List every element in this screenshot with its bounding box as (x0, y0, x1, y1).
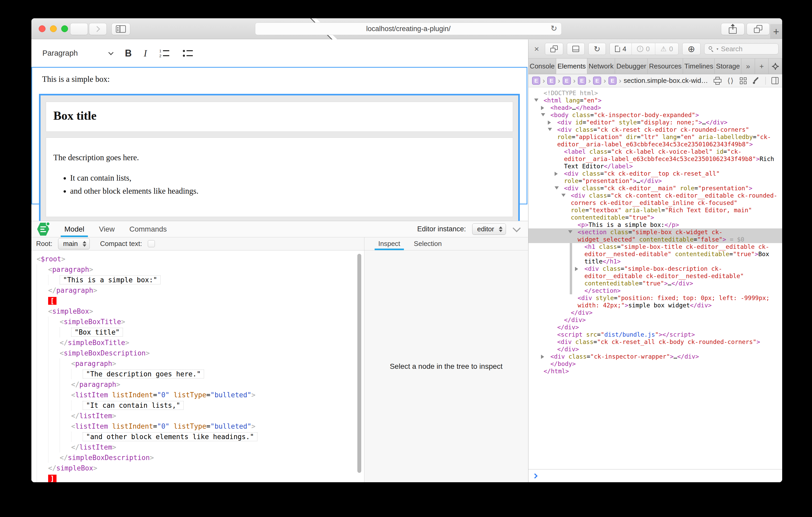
expand-node-icon[interactable] (548, 121, 551, 125)
collapse-inspector-icon[interactable] (513, 224, 521, 232)
model-tree-node[interactable]: <paragraph> (37, 358, 364, 369)
list-item[interactable]: It can contain lists, (70, 173, 505, 183)
numbered-list-button[interactable]: 1 2 (159, 49, 170, 58)
details-sidebar-icon[interactable] (772, 77, 779, 84)
model-tree-node[interactable]: </paragraph> (37, 285, 364, 296)
dom-tree-node[interactable]: <div style="position: fixed; top: 0px; l… (528, 294, 782, 309)
model-tree-node[interactable]: </listItem> (37, 410, 364, 421)
dom-tree[interactable]: <!DOCTYPE html><html lang="en"><head>…</… (528, 87, 782, 469)
description-list[interactable]: It can contain lists,and other block ele… (53, 173, 505, 196)
expand-node-icon[interactable] (555, 172, 558, 176)
simple-box-description-area[interactable]: The description goes here. It can contai… (46, 138, 513, 217)
forward-button[interactable] (89, 23, 107, 35)
show-source-icon[interactable]: ⟨⟩ (727, 76, 734, 85)
model-tree-node[interactable]: <listItem listIndent="0" listType="bulle… (37, 390, 364, 400)
share-button[interactable] (721, 23, 745, 35)
close-window-button[interactable] (39, 25, 46, 32)
model-tree-node[interactable]: <paragraph> (37, 264, 364, 275)
bold-button[interactable]: B (125, 48, 132, 59)
collapse-node-icon[interactable] (555, 186, 559, 189)
model-tree-node[interactable]: <listItem listIndent="0" listType="bulle… (37, 421, 364, 431)
dom-tree-node[interactable]: <div class="ck ck-editor__main" role="pr… (528, 185, 782, 192)
collapse-node-icon[interactable] (568, 230, 572, 234)
dom-tree-node[interactable]: <section class="simple-box ck-widget ck-… (528, 229, 782, 243)
devtools-tab-elements[interactable]: Elements (556, 59, 587, 74)
breadcrumb-element-badge[interactable]: E (593, 77, 601, 85)
dom-tree-node[interactable]: </html> (528, 367, 782, 375)
intro-paragraph[interactable]: This is a simple box: (42, 74, 520, 84)
model-tree-node[interactable]: </listItem> (37, 442, 364, 452)
inspector-tab-view[interactable]: View (92, 221, 122, 237)
pane-tab-selection[interactable]: Selection (407, 237, 448, 250)
devtools-search-field[interactable]: ▾ Search (704, 43, 779, 54)
collapse-node-icon[interactable] (548, 128, 552, 131)
model-tree-node[interactable]: "The description goes here." (37, 369, 364, 379)
back-button[interactable] (70, 23, 88, 35)
paintbrush-icon[interactable] (752, 77, 760, 84)
dom-tree-node[interactable]: </div> (528, 316, 782, 324)
new-tab-button[interactable]: + (770, 24, 782, 39)
model-tree-node[interactable]: "It can contain lists," (37, 400, 364, 410)
tree-scrollbar[interactable] (357, 254, 361, 473)
dom-tree-node[interactable]: <body class="ck-inspector-body-expanded"… (528, 111, 782, 119)
expand-node-icon[interactable] (575, 267, 578, 271)
reload-page-button[interactable]: ↻ (588, 43, 606, 55)
more-tabs-button[interactable]: » (742, 59, 755, 74)
breadcrumb-element-badge[interactable]: E (547, 77, 555, 85)
breadcrumb-element-badge[interactable]: E (532, 77, 540, 85)
heading-dropdown[interactable]: Paragraph (42, 49, 113, 58)
italic-button[interactable]: I (144, 48, 147, 59)
console-prompt-row[interactable] (528, 469, 782, 482)
model-tree-node[interactable]: [ (37, 296, 364, 306)
devtools-settings-button[interactable] (768, 59, 782, 74)
devtools-tab-network[interactable]: Network (587, 59, 615, 74)
simple-box-title-area[interactable]: Box title (46, 102, 513, 132)
editor-instance-select[interactable]: editor (472, 223, 506, 235)
model-tree-node[interactable]: </paragraph> (37, 379, 364, 390)
inspector-tab-commands[interactable]: Commands (122, 221, 174, 237)
dom-tree-node[interactable]: <div class="ck-inspector-wrapper">…</div… (528, 353, 782, 360)
breadcrumb-element-badge[interactable]: E (608, 77, 616, 85)
dom-tree-node[interactable]: </section> (528, 287, 782, 294)
dom-tree-node[interactable]: <div class="ck ck-reset_all ck-body ck-r… (528, 338, 782, 353)
model-tree-node[interactable]: </simpleBoxDescription> (37, 452, 364, 463)
undock-button[interactable] (545, 43, 563, 55)
dom-tree-node[interactable]: <div id="editor" style="display: none;">… (528, 119, 782, 126)
devtools-tab-storage[interactable]: Storage (715, 59, 742, 74)
compact-text-checkbox[interactable] (148, 240, 155, 247)
add-tab-button[interactable]: + (755, 59, 768, 74)
zoom-window-button[interactable] (61, 25, 68, 32)
collapse-node-icon[interactable] (534, 98, 539, 102)
simple-box-widget[interactable]: Box title The description goes here. It … (39, 94, 520, 225)
inspector-pane-divider[interactable] (364, 237, 365, 482)
devtools-tab-console[interactable]: Console (528, 59, 556, 74)
model-tree-node[interactable]: </simpleBox> (37, 463, 364, 473)
model-tree-node[interactable]: </simpleBoxTitle> (37, 337, 364, 348)
dom-tree-node[interactable]: </body> (528, 360, 782, 367)
collapse-node-icon[interactable] (561, 194, 566, 197)
minimize-window-button[interactable] (50, 25, 57, 32)
close-devtools-button[interactable]: × (532, 44, 541, 54)
dom-tree-node[interactable]: <html lang="en"> (528, 97, 782, 104)
expand-node-icon[interactable] (541, 355, 544, 359)
description-paragraph[interactable]: The description goes here. (53, 153, 505, 162)
dom-tree-node[interactable]: <p>This is a simple box:</p> (528, 221, 782, 229)
rich-text-editable[interactable]: This is a simple box: Box title The desc… (31, 67, 527, 204)
dom-tree-node[interactable]: <label class="ck ck-label ck-voice-label… (528, 148, 782, 170)
model-tree-node[interactable]: "This is a simple box:" (37, 275, 364, 285)
expand-node-icon[interactable] (541, 106, 544, 110)
warning-count[interactable]: ⚠ 0 (655, 43, 678, 55)
resource-count[interactable]: 4 (610, 43, 632, 55)
dom-tree-node[interactable]: <div class="ck ck-editor__top ck-reset_a… (528, 170, 782, 185)
model-tree-node[interactable]: "Box title" (37, 327, 364, 337)
print-icon[interactable] (714, 77, 722, 85)
breadcrumb-current-node[interactable]: section.simple-box.ck-wid… (624, 77, 708, 85)
sidebar-toggle-button[interactable] (111, 23, 130, 35)
dom-tree-node[interactable]: <div class="ck ck-content ck-editor__edi… (528, 192, 782, 221)
dom-tree-node[interactable]: <!DOCTYPE html> (528, 89, 782, 97)
dom-tree-node[interactable]: <div class="simple-box-description ck-ed… (528, 265, 782, 287)
dom-tree-node[interactable]: </div> (528, 324, 782, 331)
model-tree-node[interactable]: <simpleBox> (37, 306, 364, 316)
model-tree[interactable]: <$root><paragraph>"This is a simple box:… (31, 251, 364, 482)
model-tree-node[interactable]: ] (37, 473, 364, 482)
